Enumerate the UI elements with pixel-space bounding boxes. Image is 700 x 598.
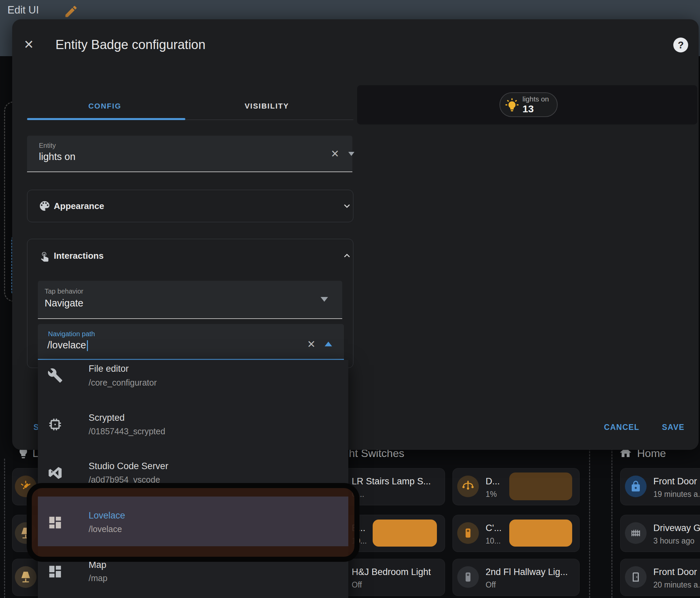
edit-ui-title: Edit UI [7,4,39,16]
dropdown-item-path: /lovelace [89,524,122,534]
palette-icon [38,200,51,212]
chevron-down-icon [341,200,353,212]
dropdown-item-name[interactable]: Studio Code Server [89,461,168,472]
lock-icon[interactable] [625,476,647,497]
gesture-tap-icon [38,249,51,262]
entity-field-label: Entity [39,142,56,150]
dropdown-item-path: /map [89,573,108,583]
brightness-slider[interactable] [509,473,572,500]
gate-icon[interactable] [625,522,647,544]
lightbulb-on-icon [505,98,519,112]
navigation-path-value: /lovelace [47,340,86,350]
screen: Edit UI L ght Switches Home LR Stairs La… [0,0,700,598]
card-title: C'... [486,523,501,533]
section-divider-dashed [589,445,590,598]
entity-badge-preview[interactable]: lights on 13 [499,92,558,117]
card-status: 1% [486,490,497,499]
appearance-expander[interactable]: Appearance [27,190,353,222]
dialog-title: Entity Badge configuration [55,38,206,52]
appearance-label: Appearance [54,201,104,211]
badge-label: lights on [522,95,549,103]
clear-icon[interactable]: ✕ [331,148,339,160]
navigation-path-field[interactable]: Navigation path /lovelace ✕ [38,324,344,360]
wrench-icon [47,368,63,383]
card-status: 10... [486,536,501,546]
tap-behavior-label: Tap behavior [45,288,84,295]
close-icon[interactable]: ✕ [24,38,34,52]
dashboard-icon [47,515,63,530]
chevron-up-icon[interactable] [325,342,332,346]
dropdown-item-lovelace[interactable]: Lovelace [89,510,125,521]
card-status: Off [352,580,362,590]
lamp-icon[interactable] [15,566,37,588]
card-status: Off [486,580,496,590]
clear-icon[interactable]: ✕ [307,338,316,350]
dropdown-arrow-icon [321,297,328,302]
vscode-icon [47,465,63,481]
dashboard-icon [47,564,63,579]
chip-icon [47,417,63,432]
tap-behavior-select[interactable]: Tap behavior Navigate [38,281,342,319]
pencil-icon[interactable] [64,4,78,19]
card-title: H&J Bedroom Light [352,567,431,577]
dropdown-item-path: /01857443_scrypted [89,427,165,436]
card-title: Driveway G... [653,523,700,533]
chevron-up-icon[interactable] [341,250,353,261]
card-title: D... [486,476,500,487]
badge-preview-panel: lights on 13 [357,85,697,124]
navigation-path-label: Navigation path [48,330,95,338]
highlighted-row-background [38,497,348,546]
card-title: Front Door [653,567,697,577]
text-caret [87,340,88,351]
interactions-expander: Interactions Tap behavior Navigate Navig… [27,239,353,368]
tap-behavior-value: Navigate [45,298,83,309]
tab-visibility[interactable]: VISIBILITY [226,102,307,111]
brightness-slider[interactable] [373,520,437,547]
cancel-button[interactable]: CANCEL [601,423,643,432]
dropdown-item-name[interactable]: Scrypted [89,413,125,423]
tab-config[interactable]: CONFIG [64,102,145,111]
dropdown-item-name[interactable]: File editor [89,364,129,374]
badge-value: 13 [522,103,549,115]
card-status: 3 hours ago [653,536,694,546]
switch-icon[interactable] [457,522,479,544]
dropdown-item-path: /core_configurator [89,378,157,388]
card-status: 19 minutes a... [653,490,700,499]
card-status: 20 minutes a... [653,580,700,590]
section-divider-dashed [4,459,5,598]
entity-field[interactable]: Entity lights on ✕ [27,136,352,172]
section-divider-dashed [611,445,612,598]
interactions-label[interactable]: Interactions [54,251,103,261]
chevron-down-icon[interactable] [348,152,354,156]
entity-field-value: lights on [39,151,75,162]
help-icon[interactable]: ? [673,38,688,52]
active-tab-indicator [27,118,185,120]
card-title: LR Stairs Lamp S... [352,476,431,487]
help-glyph: ? [678,40,684,51]
card-title: 2nd Fl Hallway Lig... [486,567,568,577]
card-title: Front Door [653,476,697,487]
brightness-slider[interactable] [509,520,572,547]
save-button[interactable]: SAVE [655,423,692,432]
navigation-path-dropdown [38,360,348,598]
chandelier-icon[interactable] [457,476,479,497]
switch-icon[interactable] [457,566,479,588]
door-icon[interactable] [625,566,647,588]
